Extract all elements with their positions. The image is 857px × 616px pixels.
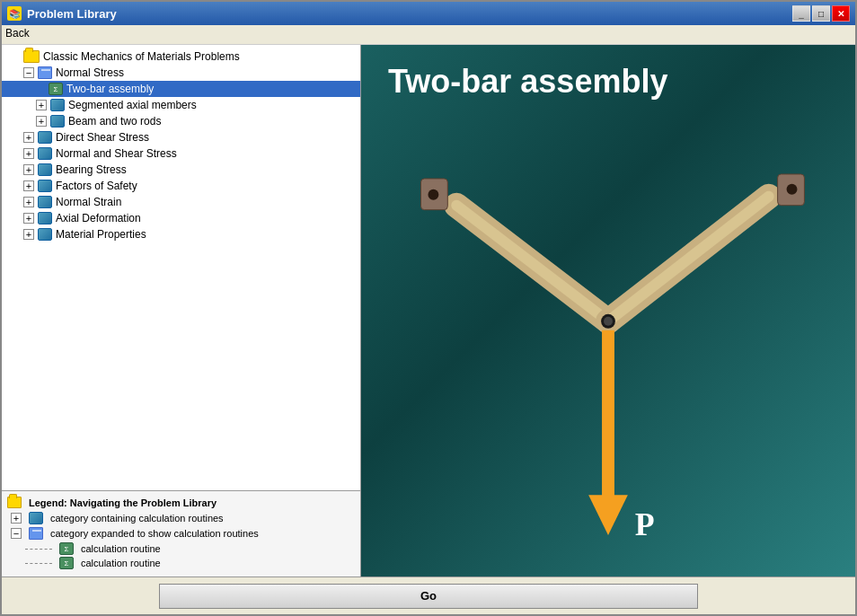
legend-title: Legend: Navigating the Problem Library [7, 497, 355, 508]
bearing-plus-icon: + [23, 164, 34, 175]
left-panel: Classic Mechanics of Materials Problems … [2, 45, 361, 576]
legend-plus-label: category containing calculation routines [50, 513, 224, 524]
maximize-button[interactable]: □ [812, 5, 830, 22]
tree-item-direct-shear[interactable]: + Direct Shear Stress [2, 129, 360, 145]
svg-line-3 [608, 197, 769, 321]
two-bar-icon [49, 83, 63, 95]
normal-shear-icon [38, 147, 52, 160]
tree-item-normal-stress[interactable]: − Normal Stress [2, 65, 360, 81]
segmented-axial-label: Segmented axial members [68, 99, 197, 111]
legend-calc-icon-2 [59, 557, 74, 569]
legend-dashed-line-1 [25, 549, 52, 550]
svg-point-9 [604, 317, 613, 326]
root-folder-icon [23, 50, 40, 63]
bottom-bar: Go [2, 576, 855, 614]
beam-plus-icon: + [36, 116, 47, 127]
minimize-button[interactable]: _ [792, 5, 810, 22]
strain-icon [38, 196, 52, 208]
normal-shear-plus-icon: + [23, 148, 34, 159]
bearing-stress-label: Bearing Stress [56, 163, 127, 176]
tree-item-beam-two-rods[interactable]: + Beam and two rods [2, 113, 360, 129]
factors-safety-label: Factors of Safety [56, 180, 137, 192]
tree-item-normal-strain[interactable]: + Normal Strain [2, 194, 360, 210]
title-bar: 📚 Problem Library _ □ ✕ [2, 2, 855, 25]
segmented-plus-icon: + [36, 100, 47, 110]
tree-item-segmented-axial[interactable]: + Segmented axial members [2, 97, 360, 113]
legend-dashed-line-2 [25, 563, 52, 564]
factors-icon [38, 180, 52, 192]
legend-item-sub2: calculation routine [7, 557, 355, 569]
window-title: Problem Library [27, 7, 117, 21]
two-bar-label: Two-bar assembly [66, 83, 154, 95]
legend-area: Legend: Navigating the Problem Library +… [2, 490, 360, 576]
root-expand-icon [11, 50, 23, 63]
material-props-label: Material Properties [56, 228, 146, 241]
svg-line-1 [456, 206, 608, 321]
legend-item-plus: + category containing calculation routin… [7, 512, 355, 524]
normal-stress-label: Normal Stress [56, 66, 124, 79]
axial-plus-icon: + [23, 213, 34, 224]
normal-stress-icon [38, 66, 52, 79]
normal-strain-label: Normal Strain [56, 196, 121, 208]
legend-title-text: Legend: Navigating the Problem Library [29, 497, 216, 508]
svg-point-5 [428, 189, 438, 200]
beam-two-rods-label: Beam and two rods [68, 115, 161, 128]
preview-title: Two-bar assembly [388, 63, 667, 101]
right-panel: Two-bar assembly [361, 45, 855, 576]
direct-shear-plus-icon: + [23, 132, 34, 143]
app-icon: 📚 [7, 6, 22, 21]
go-button[interactable]: Go [159, 584, 698, 609]
legend-item-sub1: calculation routine [7, 542, 355, 555]
minus-icon: − [23, 67, 34, 78]
bearing-icon [38, 163, 52, 176]
tree-item-material-props[interactable]: + Material Properties [2, 226, 360, 242]
title-bar-left: 📚 Problem Library [7, 6, 117, 21]
legend-minus-icon: − [11, 528, 22, 539]
back-button[interactable]: Back [5, 27, 30, 40]
legend-minus-label: category expanded to show calculation ro… [50, 528, 259, 539]
direct-shear-label: Direct Shear Stress [56, 131, 149, 144]
tree-area[interactable]: Classic Mechanics of Materials Problems … [2, 45, 360, 490]
preview-canvas: P [361, 45, 855, 576]
svg-text:P: P [635, 506, 655, 542]
legend-calc-icon-1 [59, 542, 74, 555]
legend-sub2-label: calculation routine [81, 558, 161, 568]
tree-item-bearing-stress[interactable]: + Bearing Stress [2, 162, 360, 178]
legend-book-icon [29, 527, 43, 540]
close-button[interactable]: ✕ [832, 5, 850, 22]
axial-deformation-label: Axial Deformation [56, 212, 141, 224]
strain-plus-icon: + [23, 197, 34, 207]
normal-shear-label: Normal and Shear Stress [56, 147, 177, 160]
beam-icon [50, 115, 65, 128]
direct-shear-icon [38, 131, 52, 144]
svg-marker-11 [588, 495, 628, 535]
tree-root-label: Classic Mechanics of Materials Problems [43, 50, 240, 63]
legend-plus-icon: + [11, 513, 22, 524]
window-controls: _ □ ✕ [792, 5, 850, 22]
tree-item-factors-safety[interactable]: + Factors of Safety [2, 178, 360, 194]
svg-point-7 [787, 184, 798, 195]
legend-item-minus: − category expanded to show calculation … [7, 527, 355, 540]
main-content: Classic Mechanics of Materials Problems … [2, 45, 855, 576]
tree-item-normal-shear[interactable]: + Normal and Shear Stress [2, 145, 360, 162]
tree-root[interactable]: Classic Mechanics of Materials Problems [2, 48, 360, 65]
segmented-icon [50, 99, 65, 111]
legend-folder-icon [7, 497, 22, 508]
factors-plus-icon: + [23, 180, 34, 191]
legend-sub1-label: calculation routine [81, 543, 161, 554]
material-plus-icon: + [23, 229, 34, 240]
material-icon [38, 228, 52, 241]
tree-item-axial-deformation[interactable]: + Axial Deformation [2, 210, 360, 226]
main-window: 📚 Problem Library _ □ ✕ Back Classic Mec… [0, 0, 857, 616]
legend-cube-icon-1 [29, 512, 43, 524]
menu-bar: Back [2, 25, 855, 45]
axial-icon [38, 212, 52, 224]
tree-item-two-bar-assembly[interactable]: Two-bar assembly [2, 81, 360, 97]
